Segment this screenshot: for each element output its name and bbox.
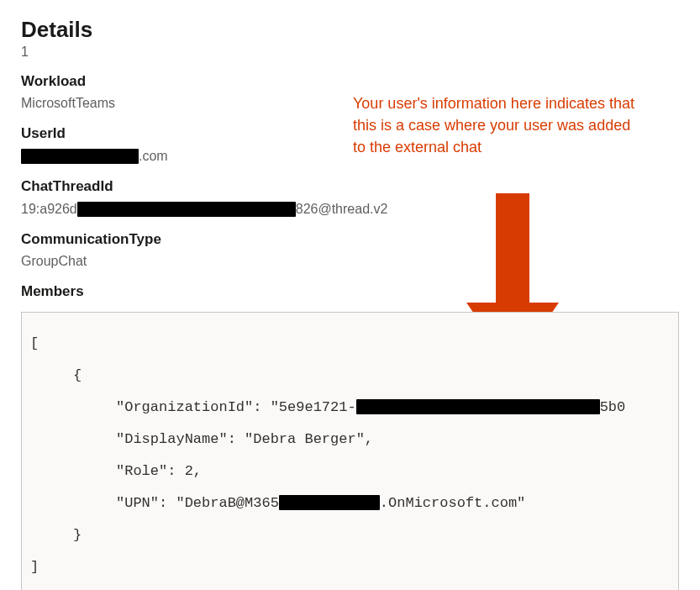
field-value: 19:a926d826@thread.v2 [21, 198, 679, 219]
redaction-block [21, 149, 139, 164]
members-json-panel: [ { "OrganizationId": "5e9e1721-5b0 "Dis… [21, 312, 679, 590]
code-line: "Role": 2, [30, 463, 670, 479]
code-line: [ [30, 335, 670, 351]
field-communicationtype: CommunicationType GroupChat [21, 231, 679, 271]
field-label: Workload [21, 73, 679, 90]
field-label: Members [21, 283, 679, 300]
details-heading: Details [21, 17, 679, 43]
value-suffix: .com [139, 146, 168, 166]
code-line: } [30, 527, 670, 543]
value-suffix: 826@thread.v2 [296, 199, 388, 219]
field-value: GroupChat [21, 251, 679, 271]
field-chatthreadid: ChatThreadId 19:a926d826@thread.v2 [21, 178, 679, 219]
code-line: "DisplayName": "Debra Berger", [30, 431, 670, 447]
redaction-block [356, 399, 600, 414]
annotation-callout: Your user's information here indicates t… [353, 92, 639, 158]
code-line: "UPN": "DebraB@M365.OnMicrosoft.com" [30, 495, 670, 511]
value-prefix: 19:a926d [21, 199, 77, 219]
field-label: ChatThreadId [21, 178, 679, 195]
redaction-block [77, 202, 296, 217]
field-label: CommunicationType [21, 231, 679, 248]
code-line: ] [30, 559, 670, 575]
code-line: { [30, 367, 670, 383]
redaction-block [279, 495, 380, 510]
field-members: Members [21, 283, 679, 300]
code-line: "OrganizationId": "5e9e1721-5b0 [30, 399, 670, 415]
details-count: 1 [21, 45, 679, 60]
